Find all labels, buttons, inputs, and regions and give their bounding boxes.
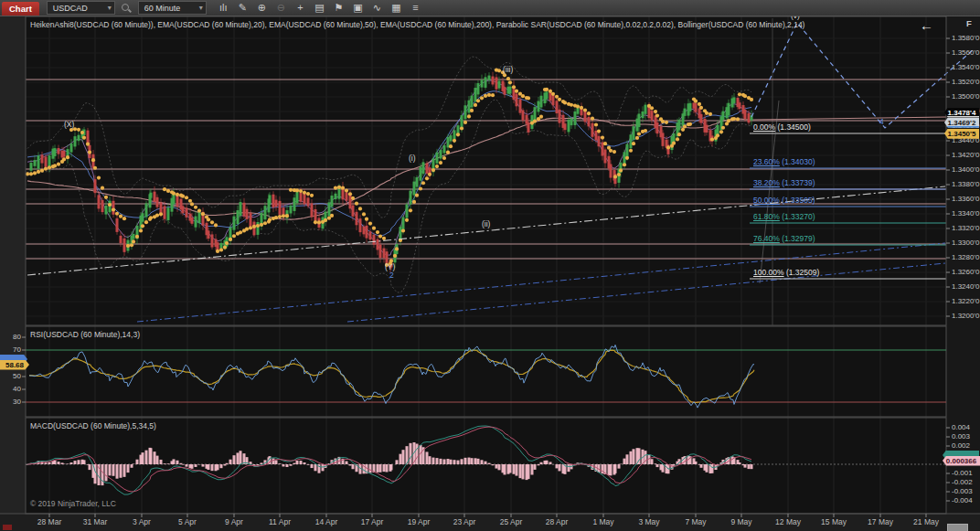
search-icon[interactable] [120,2,133,14]
chevron-down-icon: ▾ [199,4,203,12]
back-arrow-icon[interactable]: ← [920,19,933,32]
trendline-icon[interactable]: ∿ [368,1,387,15]
report-icon[interactable]: ▦ [387,1,406,15]
zoom-in-icon[interactable]: ⊕ [252,1,272,15]
toolbar: Chart USDCAD ▾ 60 Minute ▾ ılı✎⊕⊖+▤⚑▣∿▦≡ [0,0,980,16]
chart-trader-icon[interactable]: ▤ [310,1,329,15]
ninjatrader-chart-window: Chart USDCAD ▾ 60 Minute ▾ ılı✎⊕⊖+▤⚑▣∿▦≡… [0,0,980,531]
chevron-down-icon: ▾ [108,4,112,12]
indicator-window-icon[interactable]: ▣ [348,1,368,15]
instrument-selector[interactable]: USDCAD ▾ [47,1,115,15]
chart-tab[interactable]: Chart [2,2,39,16]
scrollbar-grip[interactable] [947,524,968,531]
drawing-tools-icon[interactable]: ✎ [233,1,252,15]
crosshair-icon[interactable]: + [291,1,310,15]
zoom-out-icon[interactable]: ⊖ [272,1,291,15]
data-series-icon[interactable]: ≡ [406,1,425,15]
chart-canvas[interactable] [0,0,980,531]
interval-selector[interactable]: 60 Minute ▾ [138,1,207,15]
interval-value: 60 Minute [144,4,192,13]
chart-style-icon[interactable]: ılı [214,1,233,15]
magnifier-handle [128,9,132,13]
toolbar-icons: ılı✎⊕⊖+▤⚑▣∿▦≡ [214,1,425,15]
alert-icon[interactable]: ⚑ [329,1,348,15]
instrument-value: USDCAD [53,4,101,13]
